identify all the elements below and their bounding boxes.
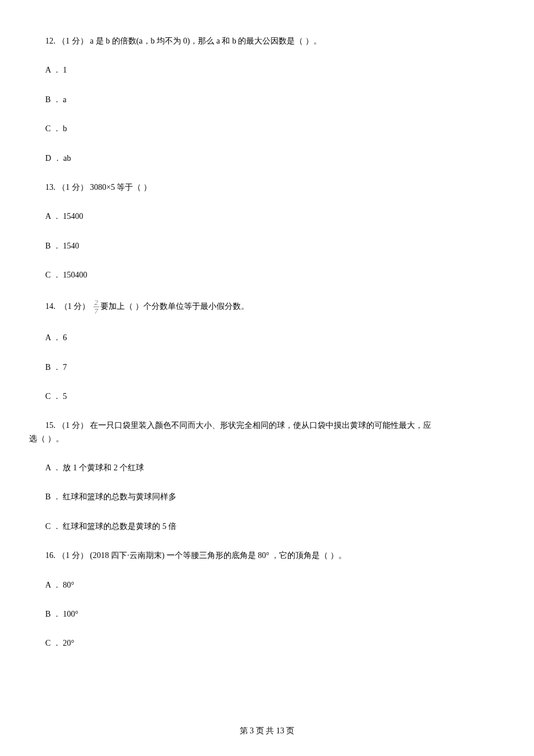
q15-line1: 15. （1 分） 在一只口袋里装入颜色不同而大小、形状完全相同的球，使从口袋中…: [29, 419, 505, 432]
q13-option-c: C ． 150400: [29, 269, 505, 282]
fraction-2-7: 2 7: [93, 298, 100, 316]
q12-option-d: D ． ab: [29, 152, 505, 165]
q14-option-c: C ． 5: [29, 390, 505, 403]
question-12: 12. （1 分） a 是 b 的倍数(a，b 均不为 0)，那么 a 和 b …: [29, 35, 505, 48]
q16-option-c: C ． 20°: [29, 637, 505, 650]
question-14: 14. （1 分） 2 7 要加上（ ）个分数单位等于最小假分数。: [29, 298, 505, 316]
q15-option-b: B ． 红球和篮球的总数与黄球同样多: [29, 491, 505, 503]
q14-option-b: B ． 7: [29, 361, 505, 374]
q14-option-a: A ． 6: [29, 332, 505, 344]
page-footer: 第 3 页 共 13 页: [0, 725, 534, 737]
page-content: 12. （1 分） a 是 b 的倍数(a，b 均不为 0)，那么 a 和 b …: [0, 0, 534, 690]
q15-option-c: C ． 红球和篮球的总数是黄球的 5 倍: [29, 520, 505, 533]
question-15: 15. （1 分） 在一只口袋里装入颜色不同而大小、形状完全相同的球，使从口袋中…: [29, 419, 505, 445]
q14-pre-text: 14. （1 分）: [45, 300, 92, 313]
q14-post-text: 要加上（ ）个分数单位等于最小假分数。: [100, 300, 249, 313]
q13-option-a: A ． 15400: [29, 210, 505, 223]
q12-option-b: B ． a: [29, 93, 505, 106]
q16-option-a: A ． 80°: [29, 579, 505, 592]
q16-option-b: B ． 100°: [29, 608, 505, 621]
q13-option-b: B ． 1540: [29, 240, 505, 253]
q12-option-a: A ． 1: [29, 64, 505, 77]
q12-option-c: C ． b: [29, 123, 505, 135]
fraction-denominator: 7: [93, 307, 100, 315]
question-13: 13. （1 分） 3080×5 等于（ ）: [29, 181, 505, 194]
q15-option-a: A ． 放 1 个黄球和 2 个红球: [29, 462, 505, 474]
q15-line2: 选（ ）。: [29, 433, 505, 445]
fraction-numerator: 2: [93, 298, 100, 307]
question-16: 16. （1 分） (2018 四下·云南期末) 一个等腰三角形的底角是 80°…: [29, 549, 505, 562]
